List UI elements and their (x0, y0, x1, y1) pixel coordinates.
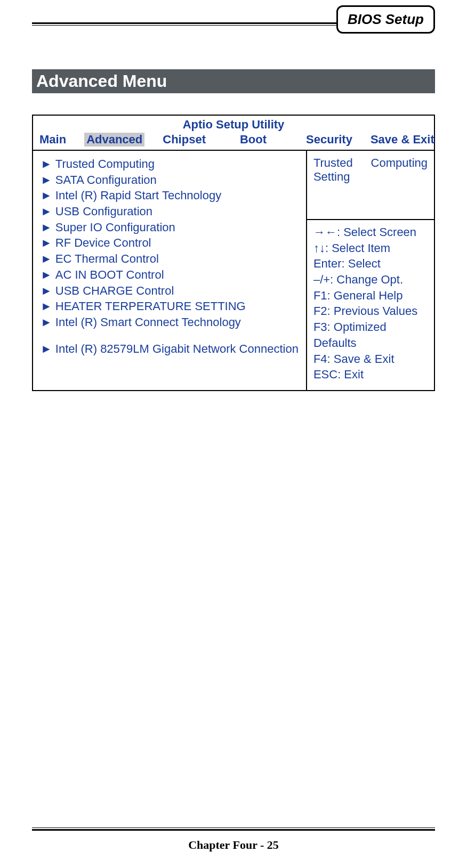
submenu-arrow-icon: ► (41, 189, 52, 202)
section-title: Advanced Menu (32, 69, 435, 93)
submenu-arrow-icon: ► (41, 221, 52, 234)
submenu-arrow-icon: ► (41, 284, 52, 297)
menu-item-heater-temperature[interactable]: ►HEATER TERPERATURE SETTING (41, 298, 299, 314)
menu-item-label: USB Configuration (55, 205, 152, 218)
help-line: →←: Select Screen (313, 224, 428, 240)
help-line: –/+: Change Opt. (313, 272, 428, 288)
menu-item-sata-configuration[interactable]: ►SATA Configuration (41, 172, 299, 188)
help-line: Enter: Select (313, 256, 428, 272)
menu-item-label: HEATER TERPERATURE SETTING (55, 299, 246, 313)
tab-advanced[interactable]: Advanced (84, 133, 144, 147)
menu-item-label: Super IO Configuration (55, 221, 175, 234)
menu-item-82579lm-network[interactable]: ►Intel (R) 82579LM Gigabit Network Conne… (41, 341, 299, 357)
menu-item-ac-in-boot[interactable]: ►AC IN BOOT Control (41, 267, 299, 283)
menu-item-usb-configuration[interactable]: ►USB Configuration (41, 204, 299, 220)
bios-panel: Aptio Setup Utility Main Advanced Chipse… (32, 115, 435, 391)
menu-item-label: Intel (R) Smart Connect Technology (55, 315, 241, 329)
tab-boot[interactable]: Boot (240, 133, 267, 147)
menu-item-rapid-start[interactable]: ►Intel (R) Rapid Start Technology (41, 188, 299, 204)
footer-rule (32, 828, 435, 831)
menu-list: ►Trusted Computing ►SATA Configuration ►… (33, 151, 307, 390)
menu-item-label: Intel (R) Rapid Start Technology (55, 189, 221, 202)
help-line: ESC: Exit (313, 367, 428, 383)
submenu-arrow-icon: ► (41, 236, 52, 249)
tab-save-exit[interactable]: Save & Exit (371, 133, 434, 147)
help-line: F3: Optimized Defaults (313, 319, 428, 351)
menu-item-smart-connect[interactable]: ►Intel (R) Smart Connect Technology (41, 314, 299, 330)
tab-main[interactable]: Main (39, 133, 66, 147)
submenu-arrow-icon: ► (41, 157, 52, 171)
submenu-arrow-icon: ► (41, 268, 52, 281)
bios-tabs: Main Advanced Chipset Boot Security Save… (33, 133, 434, 150)
help-line: ↑↓: Select Item (313, 240, 428, 256)
menu-item-label: Trusted Computing (55, 157, 155, 171)
menu-item-label: USB CHARGE Control (55, 284, 174, 297)
help-line: F1: General Help (313, 288, 428, 304)
desc-word: Setting (313, 170, 428, 184)
menu-item-rf-device[interactable]: ►RF Device Control (41, 235, 299, 251)
submenu-arrow-icon: ► (41, 342, 52, 355)
menu-item-label: SATA Configuration (55, 173, 157, 186)
submenu-arrow-icon: ► (41, 252, 52, 265)
submenu-arrow-icon: ► (41, 173, 52, 186)
desc-word: Trusted (313, 156, 353, 170)
menu-item-super-io[interactable]: ►Super IO Configuration (41, 220, 299, 236)
key-help: →←: Select Screen ↑↓: Select Item Enter:… (307, 220, 434, 390)
help-line: F2: Previous Values (313, 303, 428, 319)
tab-chipset[interactable]: Chipset (163, 133, 206, 147)
menu-item-label: AC IN BOOT Control (55, 268, 164, 281)
item-description: Trusted Computing Setting (307, 151, 434, 220)
menu-item-label: EC Thermal Control (55, 252, 159, 265)
menu-item-usb-charge[interactable]: ►USB CHARGE Control (41, 283, 299, 299)
submenu-arrow-icon: ► (41, 205, 52, 218)
chapter-badge: BIOS Setup (336, 5, 435, 34)
tab-security[interactable]: Security (306, 133, 352, 147)
submenu-arrow-icon: ► (41, 315, 52, 329)
submenu-arrow-icon: ► (41, 299, 52, 313)
menu-item-label: Intel (R) 82579LM Gigabit Network Connec… (55, 342, 299, 355)
help-line: F4: Save & Exit (313, 351, 428, 367)
desc-word: Computing (371, 156, 428, 170)
menu-item-trusted-computing[interactable]: ►Trusted Computing (41, 156, 299, 172)
bios-title: Aptio Setup Utility (33, 116, 434, 133)
menu-item-label: RF Device Control (55, 236, 151, 249)
page-footer: Chapter Four - 25 (0, 838, 467, 852)
menu-item-ec-thermal[interactable]: ►EC Thermal Control (41, 251, 299, 267)
